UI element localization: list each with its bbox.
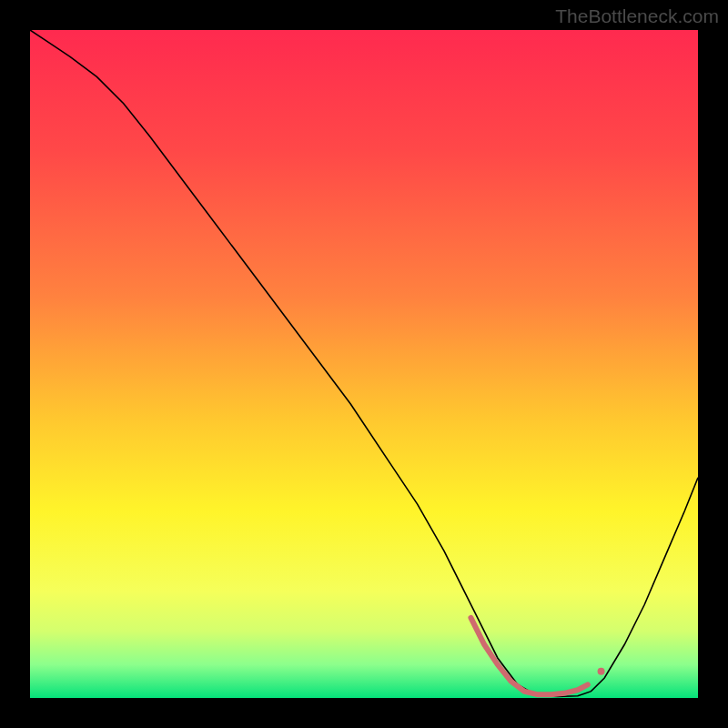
chart-points-layer: [598, 668, 605, 675]
end-dot: [598, 668, 605, 675]
chart-plot-area: [30, 30, 698, 698]
chart-background-gradient: [30, 30, 698, 698]
bottleneck-chart: [30, 30, 698, 698]
watermark-text: TheBottleneck.com: [555, 5, 719, 27]
